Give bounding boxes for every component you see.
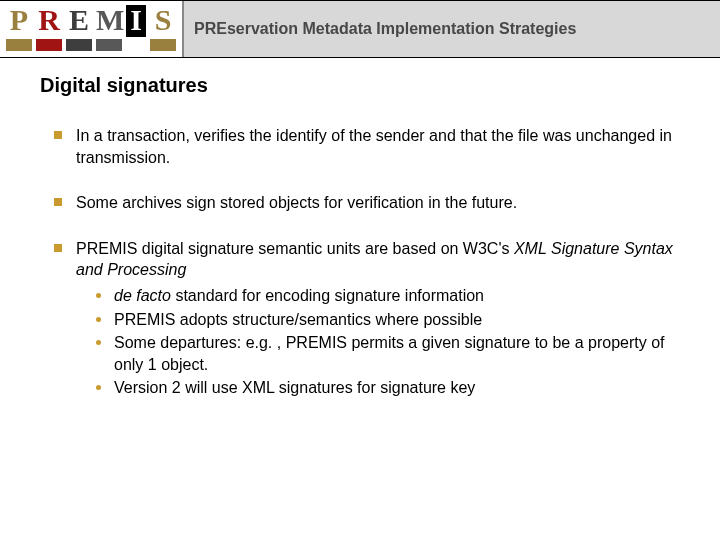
header-bar: P R E M I S PREservation Metadata Implem… [0, 0, 720, 58]
header-subtitle: PREservation Metadata Implementation Str… [182, 1, 720, 57]
bullet-text: Some archives sign stored objects for ve… [76, 194, 517, 211]
sub-bullet-item: Some departures: e.g. , PREMIS permits a… [96, 332, 680, 375]
bullet-text: PREMIS digital signature semantic units … [76, 240, 514, 257]
sub-bullet-text: Version 2 will use XML signatures for si… [114, 379, 475, 396]
slide-body: Digital signatures In a transaction, ver… [0, 58, 720, 399]
bullet-item: Some archives sign stored objects for ve… [54, 192, 680, 214]
premis-logo: P R E M I S [0, 1, 182, 57]
logo-letter: S [150, 5, 176, 37]
logo-letter: E [66, 5, 92, 37]
bullet-item: PREMIS digital signature semantic units … [54, 238, 680, 399]
logo-letter: R [36, 5, 62, 37]
sub-bullet-text: Some departures: e.g. , PREMIS permits a… [114, 334, 665, 373]
sub-bullet-item: PREMIS adopts structure/semantics where … [96, 309, 680, 331]
bullet-list: In a transaction, verifies the identify … [40, 125, 680, 399]
sub-bullet-text: standard for encoding signature informat… [171, 287, 484, 304]
sub-bullet-list: de facto standard for encoding signature… [76, 285, 680, 399]
sub-bullet-text: PREMIS adopts structure/semantics where … [114, 311, 482, 328]
bullet-text: In a transaction, verifies the identify … [76, 127, 672, 166]
sub-bullet-italic: de facto [114, 287, 171, 304]
sub-bullet-item: Version 2 will use XML signatures for si… [96, 377, 680, 399]
bullet-item: In a transaction, verifies the identify … [54, 125, 680, 168]
logo-letter: P [6, 5, 32, 37]
slide-title: Digital signatures [40, 74, 680, 97]
sub-bullet-item: de facto standard for encoding signature… [96, 285, 680, 307]
logo-letter: M [96, 5, 122, 37]
logo-letter: I [126, 5, 146, 37]
